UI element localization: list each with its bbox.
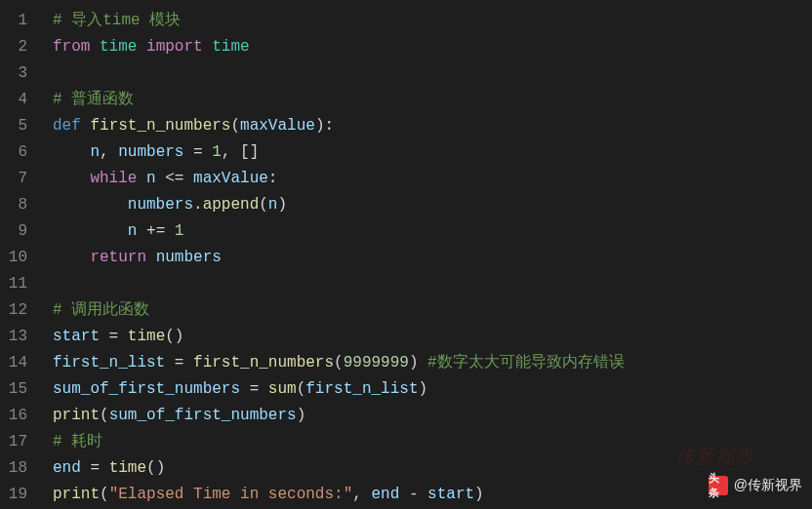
code-token: = [100, 328, 128, 345]
code-token: end [371, 486, 399, 503]
code-line[interactable]: numbers.append(n) [39, 192, 812, 218]
watermark-background: 传新视界 [675, 444, 753, 470]
code-token: import [146, 38, 203, 56]
line-number: 8 [8, 192, 27, 218]
code-token: def [53, 117, 81, 135]
code-line[interactable]: start = time() [39, 324, 812, 350]
line-number: 15 [8, 376, 27, 403]
code-token: # 导入time 模块 [53, 12, 181, 29]
code-token: start [427, 486, 474, 503]
watermark-text: @传新视界 [734, 477, 802, 494]
code-token [203, 38, 213, 56]
code-line[interactable] [39, 60, 812, 87]
code-token [53, 196, 128, 214]
code-token: ( [259, 196, 268, 214]
code-token: first_n_list [53, 354, 165, 372]
line-number: 9 [8, 218, 27, 245]
code-token: maxValue [193, 170, 268, 187]
code-token [137, 38, 146, 56]
code-token: , [] [222, 143, 259, 161]
code-editor[interactable]: 12345678910111213141516171819 # 导入time 模… [0, 0, 812, 509]
code-line[interactable]: n += 1 [39, 218, 812, 245]
line-number: 14 [8, 350, 27, 376]
code-token: : [324, 117, 334, 135]
code-token: <= [156, 170, 193, 187]
toutiao-icon: 头条 [709, 476, 728, 495]
code-token: "Elapsed Time in seconds:" [109, 486, 353, 503]
code-line[interactable]: while n <= maxValue: [39, 166, 812, 192]
code-token: ) [409, 354, 419, 372]
code-token: ( [334, 354, 344, 372]
code-token: += [137, 222, 174, 240]
code-token: n [146, 170, 156, 187]
line-number: 3 [8, 60, 27, 87]
code-token: first_n_numbers [90, 117, 230, 135]
code-token [53, 143, 90, 161]
code-token: time [109, 459, 146, 477]
code-area[interactable]: # 导入time 模块from time import time# 普通函数de… [39, 0, 812, 509]
code-token: ( [230, 117, 240, 135]
line-number: 1 [8, 8, 27, 34]
line-number: 7 [8, 166, 27, 192]
line-number: 17 [8, 429, 27, 455]
code-line[interactable]: # 调用此函数 [39, 297, 812, 324]
code-token [146, 249, 156, 266]
code-token: append [203, 196, 260, 214]
line-number: 13 [8, 324, 27, 350]
code-token: = [183, 143, 212, 161]
line-number: 10 [8, 245, 27, 271]
code-token: # 耗时 [53, 433, 102, 450]
code-token [53, 249, 90, 266]
code-token: numbers [156, 249, 222, 266]
code-token: ) [418, 380, 427, 398]
line-number-gutter: 12345678910111213141516171819 [0, 0, 39, 509]
line-number: 6 [8, 139, 27, 166]
code-token: ) [474, 486, 484, 503]
code-token: time [128, 328, 165, 345]
code-line[interactable]: print(sum_of_first_numbers) [39, 403, 812, 429]
code-line[interactable]: sum_of_first_numbers = sum(first_n_list) [39, 376, 812, 403]
line-number: 5 [8, 113, 27, 139]
code-token: maxValue [240, 117, 315, 135]
code-token: ( [297, 380, 306, 398]
code-token: = [165, 354, 193, 372]
code-token: = [240, 380, 268, 398]
code-line[interactable]: from time import time [39, 34, 812, 60]
code-token: n [128, 222, 138, 240]
code-token: ) [297, 407, 306, 424]
code-token: sum_of_first_numbers [109, 407, 297, 424]
code-token: , [100, 143, 118, 161]
code-token: - [399, 486, 427, 503]
code-token: while [90, 170, 137, 187]
code-token: () [165, 328, 183, 345]
code-token: n [90, 143, 100, 161]
code-line[interactable]: first_n_list = first_n_numbers(9999999) … [39, 350, 812, 376]
code-token: sum_of_first_numbers [53, 380, 240, 398]
code-line[interactable]: print("Elapsed Time in seconds:", end - … [39, 482, 812, 508]
code-line[interactable]: n, numbers = 1, [] [39, 139, 812, 166]
code-token: 1 [175, 222, 184, 240]
code-token: ( [100, 486, 109, 503]
code-token: ( [100, 407, 109, 424]
code-token: numbers [128, 196, 193, 214]
code-token: = [81, 459, 109, 477]
code-line[interactable] [39, 271, 812, 297]
code-line[interactable]: def first_n_numbers(maxValue): [39, 113, 812, 139]
code-token [419, 354, 428, 372]
code-line[interactable]: # 普通函数 [39, 87, 812, 113]
code-line[interactable]: return numbers [39, 245, 812, 271]
code-token: 1 [212, 143, 222, 161]
code-token: #数字太大可能导致内存错误 [427, 354, 625, 372]
code-token: end [53, 459, 81, 477]
line-number: 2 [8, 34, 27, 60]
line-number: 18 [8, 455, 27, 482]
watermark: 头条 @传新视界 [709, 476, 802, 495]
code-token: print [53, 486, 100, 503]
code-token: . [193, 196, 203, 214]
code-line[interactable]: # 导入time 模块 [39, 8, 812, 34]
code-token [53, 222, 128, 240]
code-token [90, 38, 100, 56]
line-number: 12 [8, 297, 27, 324]
code-token: sum [268, 380, 297, 398]
code-token: # 普通函数 [53, 91, 134, 108]
